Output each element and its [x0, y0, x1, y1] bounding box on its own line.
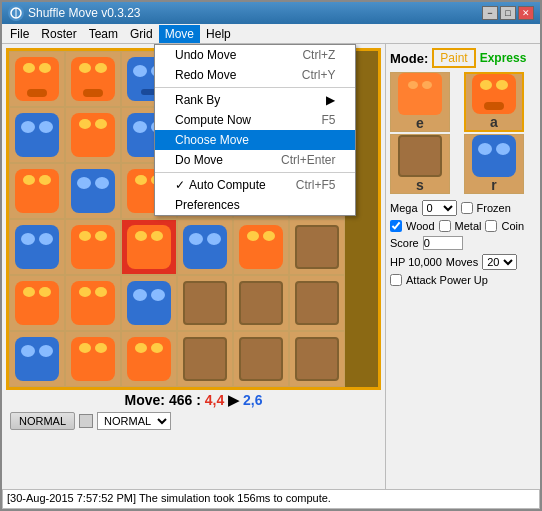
- window-controls: − □ ✕: [482, 6, 534, 20]
- choose-move-label: Choose Move: [175, 133, 249, 147]
- menu-grid[interactable]: Grid: [124, 25, 159, 43]
- pokemon-e-label: e: [416, 115, 424, 131]
- menu-roster[interactable]: Roster: [35, 25, 82, 43]
- do-move-shortcut: Ctrl+Enter: [281, 153, 335, 167]
- menu-team[interactable]: Team: [83, 25, 124, 43]
- cell-5-1[interactable]: [65, 331, 121, 387]
- paint-mode-button[interactable]: Paint: [432, 48, 475, 68]
- coin-label: Coin: [501, 220, 524, 232]
- pokemon-s[interactable]: s: [390, 134, 450, 194]
- rank-by-label: Rank By: [175, 93, 220, 107]
- cell-3-5[interactable]: [289, 219, 345, 275]
- moves-label: Moves: [446, 256, 478, 268]
- normal-button[interactable]: NORMAL: [10, 412, 75, 430]
- cell-2-0[interactable]: [9, 163, 65, 219]
- score-label: Score: [390, 237, 419, 249]
- cell-3-3[interactable]: [177, 219, 233, 275]
- mega-label: Mega: [390, 202, 418, 214]
- cell-4-1[interactable]: [65, 275, 121, 331]
- auto-compute-shortcut: Ctrl+F5: [296, 178, 336, 192]
- compute-now-label: Compute Now: [175, 113, 251, 127]
- cell-5-0[interactable]: [9, 331, 65, 387]
- undo-move-shortcut: Ctrl+Z: [302, 48, 335, 62]
- express-mode-button[interactable]: Express: [480, 51, 527, 65]
- menu-help[interactable]: Help: [200, 25, 237, 43]
- metal-checkbox[interactable]: [439, 220, 451, 232]
- menu-sep-2: [155, 172, 355, 173]
- preferences-label: Preferences: [175, 198, 240, 212]
- compute-now-shortcut: F5: [321, 113, 335, 127]
- content-area: Move: 466 : 4,4 ▶ 2,6 NORMAL NORMAL Mode…: [2, 44, 540, 489]
- maximize-button[interactable]: □: [500, 6, 516, 20]
- wood-checkbox[interactable]: [390, 220, 402, 232]
- attack-row: Attack Power Up: [390, 274, 536, 286]
- score-input[interactable]: [423, 236, 463, 250]
- cell-5-4[interactable]: [233, 331, 289, 387]
- app-icon: [8, 5, 24, 21]
- auto-compute-check: ✓: [175, 178, 185, 192]
- metal-label: Metal: [455, 220, 482, 232]
- menu-rank-by[interactable]: Rank By ▶: [155, 90, 355, 110]
- cell-4-4[interactable]: [233, 275, 289, 331]
- frozen-checkbox[interactable]: [461, 202, 473, 214]
- menu-do-move[interactable]: Do Move Ctrl+Enter: [155, 150, 355, 170]
- cell-0-1[interactable]: [65, 51, 121, 107]
- cell-5-3[interactable]: [177, 331, 233, 387]
- redo-move-label: Redo Move: [175, 68, 236, 82]
- move-to: 2,6: [243, 392, 262, 408]
- pokemon-selection-grid: e a s r: [390, 72, 536, 194]
- menu-move[interactable]: Move: [159, 25, 200, 43]
- pokemon-r[interactable]: r: [464, 134, 524, 194]
- cell-5-5[interactable]: [289, 331, 345, 387]
- cell-2-1[interactable]: [65, 163, 121, 219]
- attack-power-label: Attack Power Up: [406, 274, 488, 286]
- pokemon-r-label: r: [491, 177, 496, 193]
- cell-4-2[interactable]: [121, 275, 177, 331]
- menu-file[interactable]: File: [4, 25, 35, 43]
- cell-4-3[interactable]: [177, 275, 233, 331]
- cell-4-5[interactable]: [289, 275, 345, 331]
- cell-3-0[interactable]: [9, 219, 65, 275]
- close-button[interactable]: ✕: [518, 6, 534, 20]
- menu-preferences[interactable]: Preferences: [155, 195, 355, 215]
- coin-checkbox[interactable]: [485, 220, 497, 232]
- redo-move-shortcut: Ctrl+Y: [302, 68, 336, 82]
- attack-power-checkbox[interactable]: [390, 274, 402, 286]
- mega-select[interactable]: 0: [422, 200, 457, 216]
- hp-label: HP 10,000: [390, 256, 442, 268]
- title-bar-left: Shuffle Move v0.3.23: [8, 5, 141, 21]
- cell-3-1[interactable]: [65, 219, 121, 275]
- mega-row: Mega 0 Frozen: [390, 200, 536, 216]
- move-display: Move: 466 : 4,4 ▶ 2,6: [6, 390, 381, 410]
- cell-3-4[interactable]: [233, 219, 289, 275]
- move-dropdown-menu: Undo Move Ctrl+Z Redo Move Ctrl+Y Rank B…: [154, 44, 356, 216]
- cell-3-2[interactable]: [121, 219, 177, 275]
- cell-4-0[interactable]: [9, 275, 65, 331]
- menu-redo-move[interactable]: Redo Move Ctrl+Y: [155, 65, 355, 85]
- pokemon-a[interactable]: a: [464, 72, 524, 132]
- move-from: 4,4: [205, 392, 224, 408]
- menu-auto-compute[interactable]: ✓ Auto Compute Ctrl+F5: [155, 175, 355, 195]
- cell-5-2[interactable]: [121, 331, 177, 387]
- move-type-dropdown[interactable]: NORMAL: [97, 412, 171, 430]
- pokemon-s-label: s: [416, 177, 424, 193]
- hp-moves-row: HP 10,000 Moves 20: [390, 254, 536, 270]
- cell-1-1[interactable]: [65, 107, 121, 163]
- controls-row: NORMAL NORMAL: [6, 410, 381, 432]
- wood-row: Wood Metal Coin: [390, 220, 536, 232]
- menu-undo-move[interactable]: Undo Move Ctrl+Z: [155, 45, 355, 65]
- wood-label: Wood: [406, 220, 435, 232]
- move-prefix: Move: 466 :: [125, 392, 205, 408]
- main-window: Shuffle Move v0.3.23 − □ ✕ File Roster T…: [0, 0, 542, 511]
- move-arrow: ▶: [224, 392, 243, 408]
- menu-sep-1: [155, 87, 355, 88]
- cell-1-0[interactable]: [9, 107, 65, 163]
- auto-compute-label: Auto Compute: [189, 178, 266, 192]
- moves-select[interactable]: 20: [482, 254, 517, 270]
- mode-label: Mode:: [390, 51, 428, 66]
- cell-0-0[interactable]: [9, 51, 65, 107]
- menu-compute-now[interactable]: Compute Now F5: [155, 110, 355, 130]
- pokemon-e[interactable]: e: [390, 72, 450, 132]
- minimize-button[interactable]: −: [482, 6, 498, 20]
- menu-choose-move[interactable]: Choose Move: [155, 130, 355, 150]
